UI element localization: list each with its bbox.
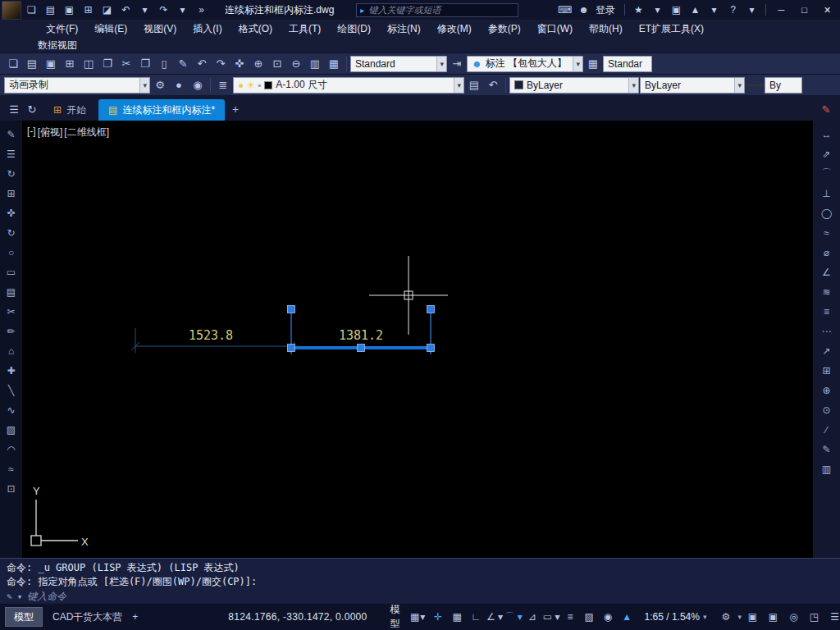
pan-icon[interactable]: ✜	[231, 55, 249, 73]
diameter-dim-icon[interactable]: ⌀	[818, 243, 836, 262]
workspace-settings-control[interactable]: ⚙ ▾	[717, 607, 742, 627]
viewport-control[interactable]: [俯视]	[38, 126, 63, 139]
menu-item[interactable]: 标注(N)	[379, 22, 429, 36]
menu-item[interactable]: 格式(O)	[231, 22, 281, 36]
open-folder-icon[interactable]: ▤	[41, 1, 60, 19]
inspect-dim-icon[interactable]: ⊙	[818, 400, 836, 419]
hardware-accel-icon[interactable]: ▣	[764, 607, 783, 627]
properties-icon[interactable]: ▥	[306, 55, 324, 73]
save-icon[interactable]: ▣	[42, 55, 60, 73]
cloud-menu-icon[interactable]: ▾	[705, 1, 724, 19]
help-menu-icon[interactable]: ▾	[742, 1, 761, 19]
object-snap-tracking-icon[interactable]: ⊿	[523, 607, 542, 627]
tab-active-drawing[interactable]: ▤ 连续标注和框内标注*	[98, 99, 225, 121]
menu-item[interactable]: 参数(P)	[480, 22, 529, 36]
menu-item[interactable]: 工具(T)	[281, 22, 329, 36]
customize-icon[interactable]: ☰	[825, 607, 840, 627]
save-icon[interactable]: ▣	[60, 1, 79, 19]
selection-cycling-icon[interactable]: ◉	[599, 607, 618, 627]
isolate-objects-icon[interactable]: ◎	[784, 607, 803, 627]
polyline-icon[interactable]: ≈	[2, 459, 21, 478]
match-properties-icon[interactable]: ✎	[174, 55, 192, 73]
dim-style-combo[interactable]: ☻ 标注 【包包大人】 ▾	[467, 56, 583, 72]
trim-scissors-icon[interactable]: ✂	[2, 302, 21, 321]
command-input[interactable]	[27, 591, 833, 602]
leader-icon[interactable]: ↗	[818, 341, 836, 360]
chevron-down-icon[interactable]: ▾	[734, 78, 744, 93]
continue-dim-icon[interactable]: ⋯	[818, 322, 836, 340]
zoom-previous-icon[interactable]: ⊖	[287, 55, 305, 73]
undo-menu-icon[interactable]: ▾	[135, 1, 154, 19]
jogged-dim-icon[interactable]: ≈	[818, 223, 836, 242]
polar-tracking-icon[interactable]: ∠ ▾	[486, 607, 504, 627]
search-input[interactable]	[368, 5, 514, 15]
close-button[interactable]: ✕	[816, 1, 838, 19]
model-tab[interactable]: 模型	[5, 607, 43, 627]
zoom-realtime-icon[interactable]: ⊕	[249, 55, 267, 73]
undo-icon[interactable]: ↶	[116, 1, 135, 19]
snap-mode-icon[interactable]: ✛	[429, 607, 448, 627]
grip-handle[interactable]	[427, 345, 435, 352]
group-icon[interactable]: ⊞	[2, 184, 21, 203]
chevron-down-icon[interactable]: ▾	[573, 57, 582, 71]
ortho-mode-icon[interactable]: ∟	[467, 607, 486, 627]
app-logo-icon[interactable]	[2, 1, 21, 20]
right-style-combo[interactable]: Standar	[603, 56, 652, 72]
viewport-control[interactable]: [-]	[27, 126, 36, 139]
favorites-menu-icon[interactable]: ▾	[648, 1, 667, 19]
copy-icon[interactable]: ❐	[136, 55, 154, 73]
layer-properties-icon[interactable]: ≣	[214, 76, 232, 94]
rotate-icon[interactable]: ↻	[2, 223, 21, 242]
redo-icon[interactable]: ↷	[154, 1, 173, 19]
rectangle-icon[interactable]: ▭	[2, 262, 21, 281]
draw-menu-icon[interactable]: ☰	[2, 144, 21, 163]
undo-icon[interactable]: ↶	[193, 55, 211, 73]
publish-icon[interactable]: ❐	[98, 55, 116, 73]
center-mark-icon[interactable]: ⊕	[818, 381, 836, 399]
data-view-menu-item[interactable]: 数据视图	[38, 39, 77, 52]
login-button[interactable]: 登录	[596, 3, 615, 17]
redo-menu-icon[interactable]: ▾	[173, 1, 192, 19]
radius-dim-icon[interactable]: ◯	[818, 203, 836, 222]
spline-icon[interactable]: ∿	[2, 400, 21, 419]
record-settings-icon[interactable]: ⚙	[151, 76, 169, 94]
new-file-icon[interactable]: ❏	[22, 1, 41, 19]
open-icon[interactable]: ▤	[23, 55, 41, 73]
menu-item[interactable]: 绘图(D)	[329, 22, 379, 36]
hatch-icon[interactable]: ▨	[2, 420, 21, 439]
grip-handle[interactable]	[427, 306, 435, 313]
layer-states-icon[interactable]: ▤	[465, 76, 483, 94]
command-pencil-icon[interactable]: ✎	[7, 591, 12, 602]
plot-icon[interactable]: ⊞	[79, 1, 98, 19]
menu-item[interactable]: 窗口(W)	[529, 22, 581, 36]
minimize-button[interactable]: ─	[770, 1, 792, 19]
layer-combo[interactable]: ●☀▪ A-1.00 尺寸 ▾	[233, 77, 464, 94]
arc-icon[interactable]: ◠	[2, 440, 21, 459]
menu-item[interactable]: 编辑(E)	[86, 22, 135, 36]
store-cart-icon[interactable]: ▣	[667, 1, 686, 19]
menu-item[interactable]: ET扩展工具(X)	[631, 22, 712, 36]
plot-icon[interactable]: ⊞	[61, 55, 79, 73]
save-as-icon[interactable]: ◪	[98, 1, 116, 19]
viewport-control[interactable]: [二维线框]	[64, 126, 109, 139]
plot-preview-icon[interactable]: ◫	[80, 55, 98, 73]
lineweight-display-icon[interactable]: ≡	[561, 607, 580, 627]
edit-mode-icon[interactable]: ✎	[817, 100, 835, 118]
baseline-dim-icon[interactable]: ≡	[818, 302, 836, 321]
tab-overview-icon[interactable]: ↻	[23, 100, 41, 118]
annotation-scale-control[interactable]: 1:65 / 1.54% ▾	[645, 611, 707, 623]
dim-style-icon[interactable]: ▥	[818, 459, 836, 478]
notes-icon[interactable]: ▤	[2, 282, 21, 301]
home-icon[interactable]: ⌂	[2, 341, 21, 360]
dimension-entity-2-selected[interactable]: 1381.2	[288, 306, 435, 355]
linear-dim-icon[interactable]: ↔	[818, 125, 836, 144]
menu-item[interactable]: 插入(I)	[185, 22, 230, 36]
command-line-panel[interactable]: 命令: _u GROUP (LISP 表达式) (LISP 表达式)命令: 指定…	[0, 558, 840, 604]
command-input-row[interactable]: ✎ ▾	[7, 589, 833, 604]
drawing-viewport[interactable]: 1523.8 1381.2	[22, 121, 813, 558]
grip-handle[interactable]	[288, 345, 295, 352]
chevron-down-icon[interactable]: ▾	[454, 78, 463, 93]
search-box[interactable]: ▸	[356, 3, 518, 17]
favorites-icon[interactable]: ★	[629, 1, 648, 19]
dynamic-input-icon[interactable]: ▭ ▾	[542, 607, 561, 627]
